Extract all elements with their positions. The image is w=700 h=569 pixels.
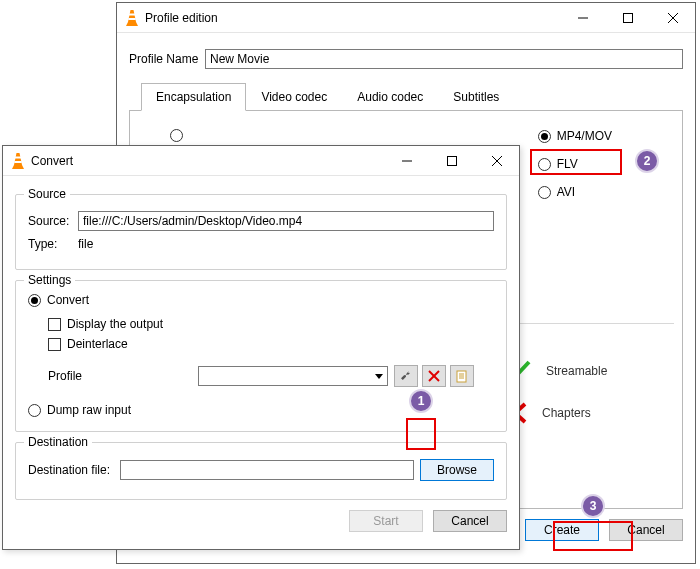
svg-marker-13 [12,165,24,169]
titlebar[interactable]: Profile edition [117,3,695,33]
svg-marker-3 [126,22,138,26]
maximize-button[interactable] [429,146,474,175]
radio-mp4mov[interactable]: MP4/MOV [538,129,612,143]
radio-avi[interactable]: AVI [538,185,612,199]
profile-name-input[interactable] [205,49,683,69]
svg-rect-5 [623,13,632,22]
cancel-button[interactable]: Cancel [433,510,507,532]
titlebar[interactable]: Convert [3,146,519,176]
cancel-button[interactable]: Cancel [609,519,683,541]
destination-legend: Destination [24,435,92,449]
source-label: Source: [28,214,78,228]
radio-dump-raw-label: Dump raw input [47,403,131,417]
svg-rect-1 [129,13,135,15]
delete-profile-button[interactable] [422,365,446,387]
tab-video-codec[interactable]: Video codec [246,83,342,111]
type-label: Type: [28,237,78,251]
wrench-icon [399,369,413,383]
radio-convert-label: Convert [47,293,89,307]
check-deinterlace[interactable]: Deinterlace [48,337,494,351]
source-legend: Source [24,187,70,201]
svg-rect-15 [447,156,456,165]
tab-subtitles[interactable]: Subtitles [438,83,514,111]
profile-name-label: Profile Name [129,52,205,66]
create-button[interactable]: Create [525,519,599,541]
tab-audio-codec[interactable]: Audio codec [342,83,438,111]
destination-input[interactable] [120,460,414,480]
radio-dump-raw[interactable]: Dump raw input [28,403,494,417]
x-icon [428,370,440,382]
profile-label: Profile [48,369,198,383]
profile-dropdown[interactable] [198,366,388,386]
svg-rect-2 [128,18,135,20]
window-title: Convert [31,154,384,168]
source-group: Source Source: Type: file [15,194,507,270]
check-display-output[interactable]: Display the output [48,317,494,331]
svg-marker-0 [128,10,136,22]
tab-encapsulation[interactable]: Encapsulation [141,83,246,111]
start-button[interactable]: Start [349,510,423,532]
new-profile-button[interactable] [450,365,474,387]
vlc-icon [11,153,25,169]
settings-group: Settings Convert Display the output Dein… [15,280,507,432]
type-value: file [78,237,93,251]
status-streamable: Streamable [502,359,662,383]
radio-avi-label: AVI [557,185,575,199]
window-title: Profile edition [145,11,560,25]
radio-convert[interactable]: Convert [28,293,494,307]
new-icon [455,369,469,383]
tab-bar: Encapsulation Video codec Audio codec Su… [129,83,683,111]
settings-legend: Settings [24,273,75,287]
close-button[interactable] [474,146,519,175]
radio-mp4mov-label: MP4/MOV [557,129,612,143]
source-input[interactable] [78,211,494,231]
browse-button[interactable]: Browse [420,459,494,481]
destination-group: Destination Destination file: Browse [15,442,507,500]
vlc-icon [125,10,139,26]
maximize-button[interactable] [605,3,650,32]
svg-rect-11 [15,156,21,158]
destination-label: Destination file: [28,463,120,477]
radio-flv[interactable]: FLV [538,157,612,171]
minimize-button[interactable] [384,146,429,175]
svg-marker-10 [14,153,22,165]
radio-flv-label: FLV [557,157,578,171]
convert-window: Convert Source Source: Type: file Settin… [2,145,520,550]
edit-profile-button[interactable] [394,365,418,387]
close-button[interactable] [650,3,695,32]
svg-rect-12 [14,161,21,163]
minimize-button[interactable] [560,3,605,32]
status-chapters: Chapters [502,401,662,425]
